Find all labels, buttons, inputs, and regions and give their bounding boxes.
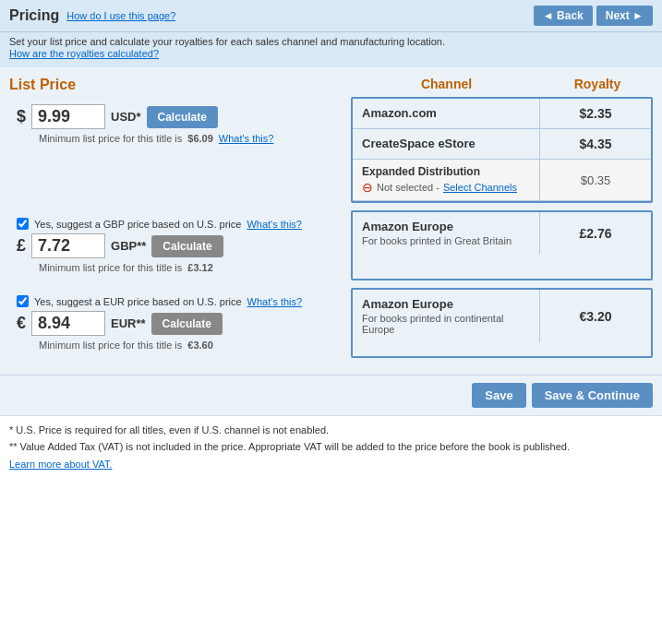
expanded-title: Expanded Distribution bbox=[362, 165, 530, 178]
gbp-min-price-line: Minimum list price for this title is £3.… bbox=[39, 262, 343, 273]
column-headers: List Price Channel Royalty bbox=[9, 77, 653, 93]
gbp-whats-this-link[interactable]: What's this? bbox=[247, 219, 302, 230]
gbp-price-left: Yes, suggest a GBP price based on U.S. p… bbox=[9, 210, 351, 280]
usd-min-price-value: $6.09 bbox=[187, 133, 213, 144]
eur-min-price-value: €3.60 bbox=[187, 340, 213, 351]
footnote-2: ** Value Added Tax (VAT) is not included… bbox=[9, 440, 653, 454]
nav-buttons: ◄ Back Next ► bbox=[534, 6, 653, 26]
usd-symbol: $ bbox=[17, 107, 26, 126]
save-continue-button[interactable]: Save & Continue bbox=[532, 383, 653, 408]
list-price-col-header: List Price bbox=[9, 77, 351, 93]
gbp-price-row: Yes, suggest a GBP price based on U.S. p… bbox=[9, 210, 653, 280]
next-button[interactable]: Next ► bbox=[596, 6, 653, 26]
usd-channels: Amazon.com $2.35 CreateSpace eStore $4.3… bbox=[351, 97, 653, 203]
list-price-heading: List Price bbox=[9, 77, 76, 92]
gbp-calculate-button[interactable]: Calculate bbox=[151, 235, 223, 257]
eur-min-price-line: Minimum list price for this title is €3.… bbox=[39, 340, 343, 351]
usd-price-input[interactable] bbox=[31, 104, 105, 129]
usd-min-price-label: Minimum list price for this title is bbox=[39, 133, 182, 144]
eur-checkbox-label: Yes, suggest a EUR price based on U.S. p… bbox=[34, 296, 242, 307]
usd-input-line: $ USD* Calculate bbox=[17, 104, 343, 129]
royalty-col-header: Royalty bbox=[542, 77, 653, 93]
amazon-europe-eur-royalty: €3.20 bbox=[540, 290, 651, 342]
amazon-europe-eur-name: Amazon Europe For books printed in conti… bbox=[353, 290, 540, 342]
expanded-distribution-row: Expanded Distribution ⊖ Not selected - S… bbox=[353, 160, 651, 201]
createspace-royalty: $4.35 bbox=[540, 129, 651, 159]
gbp-channels: Amazon Europe For books printed in Great… bbox=[351, 210, 653, 280]
save-button[interactable]: Save bbox=[472, 383, 525, 408]
usd-currency-code: USD* bbox=[111, 110, 141, 124]
gbp-checkbox-row: Yes, suggest a GBP price based on U.S. p… bbox=[17, 218, 343, 230]
usd-min-price-line: Minimum list price for this title is $6.… bbox=[39, 133, 343, 144]
createspace-row: CreateSpace eStore $4.35 bbox=[353, 129, 651, 160]
page-title: Pricing bbox=[9, 7, 59, 24]
eur-price-row: Yes, suggest a EUR price based on U.S. p… bbox=[9, 288, 653, 358]
expanded-status-text: Not selected - bbox=[377, 182, 439, 193]
amazon-com-royalty: $2.35 bbox=[540, 99, 651, 128]
amazon-europe-gbp-subtext: For books printed in Great Britain bbox=[362, 235, 530, 246]
eur-calculate-button[interactable]: Calculate bbox=[151, 313, 223, 335]
eur-price-input[interactable] bbox=[31, 311, 105, 336]
eur-input-line: € EUR** Calculate bbox=[17, 311, 343, 336]
expanded-left: Expanded Distribution ⊖ Not selected - S… bbox=[353, 160, 540, 200]
royalties-link[interactable]: How are the royalties calculated? bbox=[9, 48, 159, 59]
amazon-europe-gbp-name: Amazon Europe For books printed in Great… bbox=[353, 212, 540, 254]
amazon-europe-eur-row: Amazon Europe For books printed in conti… bbox=[353, 290, 651, 342]
expanded-status: ⊖ Not selected - Select Channels bbox=[362, 180, 530, 195]
vat-link[interactable]: Learn more about VAT. bbox=[9, 459, 113, 470]
amazon-com-name: Amazon.com bbox=[353, 99, 540, 128]
createspace-name: CreateSpace eStore bbox=[353, 129, 540, 159]
help-link[interactable]: How do I use this page? bbox=[66, 10, 175, 21]
eur-price-left: Yes, suggest a EUR price based on U.S. p… bbox=[9, 288, 351, 358]
gbp-symbol: £ bbox=[17, 236, 26, 256]
gbp-price-input[interactable] bbox=[31, 233, 105, 258]
usd-whats-this-link[interactable]: What's this? bbox=[219, 133, 274, 144]
usd-calculate-button[interactable]: Calculate bbox=[147, 106, 218, 128]
expanded-royalty: $0.35 bbox=[540, 160, 651, 200]
amazon-europe-gbp-row: Amazon Europe For books printed in Great… bbox=[353, 212, 651, 254]
main-content: List Price Channel Royalty $ USD* Calcul… bbox=[0, 67, 662, 375]
gbp-currency-code: GBP** bbox=[111, 239, 146, 253]
eur-channels: Amazon Europe For books printed in conti… bbox=[351, 288, 653, 358]
sub-header: Set your list price and calculate your r… bbox=[0, 32, 662, 67]
eur-checkbox-row: Yes, suggest a EUR price based on U.S. p… bbox=[17, 295, 343, 307]
usd-price-left: $ USD* Calculate Minimum list price for … bbox=[9, 97, 351, 203]
footnotes-section: * U.S. Price is required for all titles,… bbox=[0, 415, 662, 478]
not-selected-icon: ⊖ bbox=[362, 180, 373, 195]
eur-checkbox[interactable] bbox=[17, 295, 29, 307]
gbp-min-price-value: £3.12 bbox=[187, 262, 213, 273]
header-left: Pricing How do I use this page? bbox=[9, 7, 175, 24]
subtitle-text: Set your list price and calculate your r… bbox=[9, 36, 653, 47]
eur-symbol: € bbox=[17, 314, 26, 333]
back-button[interactable]: ◄ Back bbox=[534, 6, 593, 26]
amazon-europe-eur-subtext: For books printed in continental Europe bbox=[362, 313, 530, 335]
eur-whats-this-link[interactable]: What's this? bbox=[247, 296, 303, 307]
gbp-min-price-label: Minimum list price for this title is bbox=[39, 262, 182, 273]
footer-buttons: Save Save & Continue bbox=[0, 375, 662, 415]
channel-col-header: Channel bbox=[351, 77, 542, 93]
gbp-checkbox-label: Yes, suggest a GBP price based on U.S. p… bbox=[34, 219, 241, 230]
usd-price-row: $ USD* Calculate Minimum list price for … bbox=[9, 97, 653, 203]
select-channels-link[interactable]: Select Channels bbox=[443, 182, 517, 193]
eur-currency-code: EUR** bbox=[111, 316, 146, 330]
gbp-checkbox[interactable] bbox=[17, 218, 29, 230]
gbp-input-line: £ GBP** Calculate bbox=[17, 233, 343, 258]
amazon-com-row: Amazon.com $2.35 bbox=[353, 99, 651, 129]
eur-min-price-label: Minimum list price for this title is bbox=[39, 340, 182, 351]
amazon-europe-gbp-royalty: £2.76 bbox=[540, 212, 651, 254]
page-header: Pricing How do I use this page? ◄ Back N… bbox=[0, 0, 662, 32]
footnote-1: * U.S. Price is required for all titles,… bbox=[9, 423, 653, 437]
